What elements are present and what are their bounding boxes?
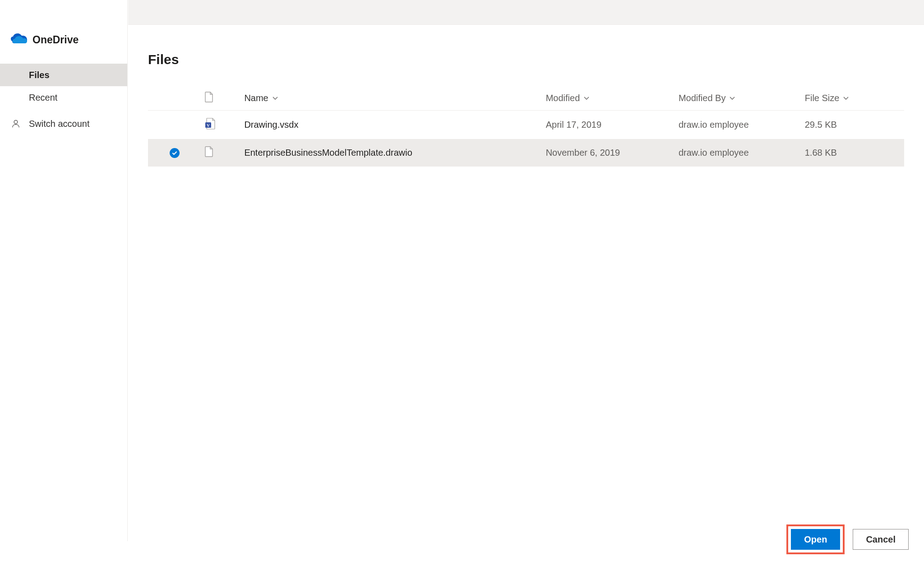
file-modified-by: draw.io employee (675, 111, 801, 139)
svg-point-0 (14, 120, 18, 124)
brand: OneDrive (0, 33, 127, 64)
onedrive-cloud-icon (11, 33, 27, 46)
sidebar-item-recent[interactable]: Recent (0, 86, 127, 109)
chevron-down-icon (729, 93, 735, 103)
sidebar-item-switch-account[interactable]: Switch account (0, 112, 127, 135)
cancel-button[interactable]: Cancel (853, 529, 909, 550)
column-modified[interactable]: Modified (542, 87, 675, 111)
generic-file-icon (204, 149, 213, 159)
file-modified: November 6, 2019 (542, 139, 675, 167)
page-title: Files (148, 52, 904, 67)
chevron-down-icon (583, 93, 590, 103)
visio-file-icon: V (204, 121, 215, 131)
sidebar-item-label: Switch account (29, 119, 90, 129)
file-modified-by: draw.io employee (675, 139, 801, 167)
toolbar-placeholder (128, 0, 924, 25)
column-name[interactable]: Name (240, 87, 542, 111)
highlight-annotation: Open (786, 524, 845, 554)
chevron-down-icon (272, 93, 278, 103)
file-size: 29.5 KB (801, 111, 904, 139)
dialog-footer: Open Cancel (786, 524, 909, 554)
person-icon (10, 119, 22, 129)
file-name: EnterpriseBusinessModelTemplate.drawio (240, 139, 542, 167)
column-file-type[interactable] (201, 87, 240, 111)
brand-name: OneDrive (32, 34, 79, 46)
file-name: Drawing.vsdx (240, 111, 542, 139)
sidebar-item-label: Recent (29, 93, 57, 103)
sidebar: OneDrive Files Recent Switch account (0, 0, 128, 541)
chevron-down-icon (843, 93, 849, 103)
file-modified: April 17, 2019 (542, 111, 675, 139)
checkmark-icon[interactable] (170, 148, 180, 158)
file-icon (204, 94, 213, 104)
sidebar-item-label: Files (29, 70, 50, 80)
open-button[interactable]: Open (791, 529, 840, 550)
sidebar-item-files[interactable]: Files (0, 64, 127, 86)
column-modified-by[interactable]: Modified By (675, 87, 801, 111)
table-row[interactable]: V Drawing.vsdx April 17, 2019 draw.io em… (148, 111, 904, 139)
svg-text:V: V (207, 123, 210, 128)
file-table: Name Modified (148, 87, 904, 167)
table-row[interactable]: EnterpriseBusinessModelTemplate.drawio N… (148, 139, 904, 167)
column-file-size[interactable]: File Size (801, 87, 904, 111)
content-area: Files (128, 25, 924, 566)
file-size: 1.68 KB (801, 139, 904, 167)
